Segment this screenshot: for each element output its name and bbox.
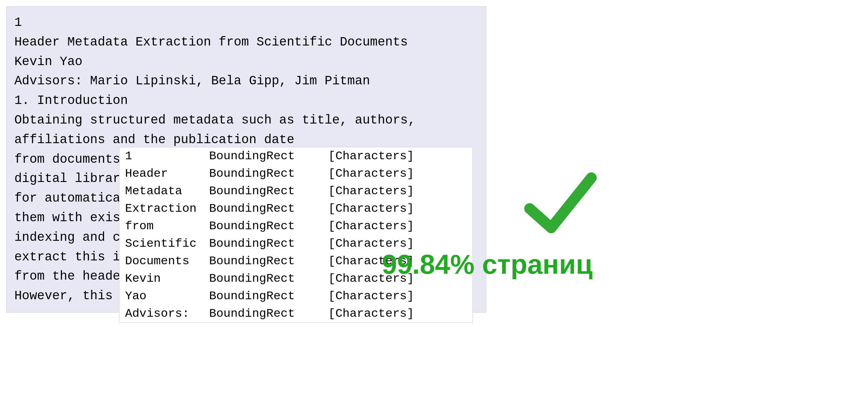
table-row: HeaderBoundingRect[Characters] <box>119 165 473 182</box>
table-cell-chars-0: [Characters] <box>328 149 426 163</box>
table-cell-chars-2: [Characters] <box>328 184 426 198</box>
table-row: MetadataBoundingRect[Characters] <box>119 182 473 200</box>
document-line-1: Header Metadata Extraction from Scientif… <box>14 33 478 52</box>
document-line-3: Advisors: Mario Lipinski, Bela Gipp, Jim… <box>14 71 478 91</box>
table-row: Advisors:BoundingRect[Characters] <box>119 305 473 322</box>
table-cell-word-1: Header <box>125 167 209 180</box>
table-cell-chars-4: [Characters] <box>328 219 426 233</box>
table-cell-chars-9: [Characters] <box>328 307 426 320</box>
table-cell-type-9: BoundingRect <box>209 307 328 320</box>
table-cell-type-7: BoundingRect <box>209 272 328 285</box>
table-cell-chars-1: [Characters] <box>328 167 426 180</box>
document-line-0: 1 <box>14 13 478 33</box>
table-cell-word-5: Scientific <box>125 237 209 250</box>
table-cell-word-3: Extraction <box>125 202 209 215</box>
table-cell-word-9: Advisors: <box>125 307 209 320</box>
table-row: 1BoundingRect[Characters] <box>119 147 473 165</box>
table-cell-word-7: Kevin <box>125 272 209 285</box>
document-line-5: Obtaining structured metadata such as ti… <box>14 111 478 150</box>
table-cell-word-2: Metadata <box>125 184 209 198</box>
table-cell-type-1: BoundingRect <box>209 167 328 180</box>
table-cell-type-8: BoundingRect <box>209 289 328 303</box>
table-cell-type-6: BoundingRect <box>209 254 328 268</box>
table-row: YaoBoundingRect[Characters] <box>119 287 473 305</box>
table-cell-chars-3: [Characters] <box>328 202 426 215</box>
document-line-4: 1. Introduction <box>14 91 478 111</box>
table-row: ExtractionBoundingRect[Characters] <box>119 200 473 217</box>
data-table: 1BoundingRect[Characters]HeaderBoundingR… <box>119 147 473 323</box>
table-cell-type-4: BoundingRect <box>209 219 328 233</box>
table-row: fromBoundingRect[Characters] <box>119 217 473 235</box>
table-cell-chars-8: [Characters] <box>328 289 426 303</box>
table-cell-word-0: 1 <box>125 149 209 163</box>
table-cell-word-6: Documents <box>125 254 209 268</box>
percent-label: 99.84% страниц <box>382 248 593 280</box>
table-cell-type-0: BoundingRect <box>209 149 328 163</box>
table-cell-word-4: from <box>125 219 209 233</box>
table-cell-type-5: BoundingRect <box>209 237 328 250</box>
checkmark-icon <box>522 164 599 245</box>
table-cell-type-2: BoundingRect <box>209 184 328 198</box>
table-cell-word-8: Yao <box>125 289 209 303</box>
table-cell-type-3: BoundingRect <box>209 202 328 215</box>
document-line-2: Kevin Yao <box>14 52 478 72</box>
